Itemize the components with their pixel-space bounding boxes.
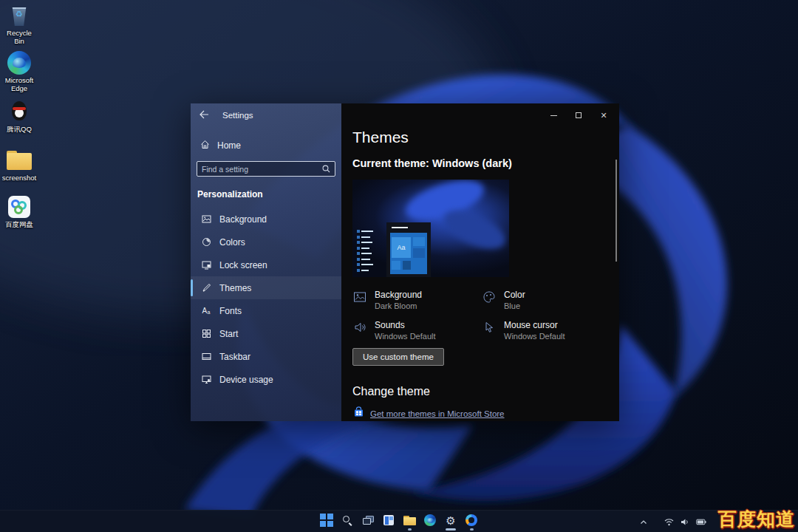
lock-screen-icon: [201, 260, 211, 270]
file-explorer-icon: [402, 513, 417, 528]
back-arrow-icon[interactable]: [199, 110, 211, 120]
preview-aa-tile: Aa: [392, 237, 411, 258]
color-icon: [482, 290, 497, 304]
recycle-bin-icon: ♻: [1, 3, 37, 28]
use-custom-theme-button[interactable]: Use custom theme: [352, 348, 444, 366]
task-view-button[interactable]: [359, 513, 377, 531]
task-view-icon: [361, 513, 375, 528]
search-icon: [340, 513, 355, 528]
window-title: Settings: [222, 111, 253, 120]
fonts-icon: Aa: [201, 306, 211, 316]
close-icon[interactable]: ✕: [596, 109, 612, 121]
network-icon[interactable]: [664, 518, 674, 526]
theme-detail-background: Background Dark Bloom: [352, 290, 482, 310]
desktop-icon-label: 百度网盘: [1, 221, 37, 229]
preview-settings-list: [357, 230, 376, 274]
search-icon[interactable]: [322, 165, 330, 173]
settings-sidebar: Settings Home Personalization: [191, 103, 341, 421]
sidebar-item-home[interactable]: Home: [200, 140, 341, 151]
sidebar-item-lock-screen[interactable]: Lock screen: [191, 253, 341, 276]
maximize-icon[interactable]: [570, 109, 587, 121]
desktop-icon-recycle-bin[interactable]: ♻ Recycle Bin: [1, 3, 37, 46]
volume-icon[interactable]: [681, 518, 689, 526]
start-icon: [201, 329, 211, 338]
home-icon: [200, 140, 210, 151]
minimize-icon[interactable]: [545, 109, 562, 121]
detail-name: Color: [504, 290, 525, 300]
sidebar-item-start[interactable]: Start: [191, 322, 341, 345]
theme-detail-sounds: Sounds Windows Default: [352, 320, 482, 341]
hidden-icons-chevron-icon[interactable]: [640, 519, 647, 525]
sidebar-item-taskbar[interactable]: Taskbar: [191, 345, 341, 368]
sidebar-item-label: Themes: [219, 283, 251, 293]
sidebar-item-label: Lock screen: [219, 260, 267, 270]
page-title: Themes: [352, 129, 409, 146]
colors-icon: [201, 237, 211, 247]
desktop-icon-baidu-netdisk[interactable]: 百度网盘: [1, 194, 37, 229]
start-button[interactable]: [318, 513, 335, 531]
preview-start-menu: Aa: [386, 222, 431, 277]
settings-button[interactable]: ⚙: [442, 513, 460, 531]
detail-name: Sounds: [375, 320, 436, 330]
desktop-icon-label: 腾讯QQ: [1, 126, 37, 134]
vertical-scrollbar[interactable]: [615, 160, 617, 262]
detail-value: Dark Bloom: [375, 301, 422, 310]
taskbar: ⚙: [0, 510, 798, 532]
folder-icon: [1, 148, 37, 173]
settings-window: Settings Home Personalization: [191, 103, 619, 421]
get-more-themes-label: Get more themes in Microsoft Store: [370, 409, 505, 418]
microsoft-store-icon: [353, 406, 364, 420]
edge-icon: [423, 513, 437, 528]
detail-name: Mouse cursor: [504, 320, 565, 330]
taskbar-icon: [201, 352, 211, 361]
device-usage-icon: [201, 375, 211, 384]
widgets-button[interactable]: [380, 513, 398, 531]
desktop-icon-edge[interactable]: Microsoft Edge: [1, 50, 37, 93]
detail-value: Windows Default: [504, 332, 565, 341]
baidu-netdisk-icon: [1, 194, 37, 219]
sidebar-item-label: Fonts: [219, 306, 242, 316]
settings-gear-icon: ⚙: [443, 513, 458, 528]
taskbar-app-icons: ⚙: [318, 511, 480, 532]
sidebar-item-background[interactable]: Background: [191, 208, 341, 231]
battery-icon[interactable]: [696, 519, 706, 525]
detail-name: Background: [375, 290, 422, 300]
sidebar-item-label: Start: [219, 329, 238, 339]
widgets-icon: [381, 513, 396, 528]
search-input[interactable]: [197, 165, 322, 174]
sidebar-item-colors[interactable]: Colors: [191, 231, 341, 253]
change-theme-heading: Change theme: [352, 385, 430, 398]
sidebar-item-label: Colors: [219, 237, 245, 248]
window-controls: ✕: [545, 109, 612, 121]
qq-icon: [1, 99, 37, 124]
sidebar-item-fonts[interactable]: Aa Fonts: [191, 299, 341, 322]
sidebar-home-label: Home: [217, 140, 241, 151]
baidu-app-button[interactable]: [463, 513, 480, 531]
desktop-icon-qq[interactable]: 腾讯QQ: [1, 99, 37, 134]
edge-button[interactable]: [421, 513, 439, 531]
current-theme-text: Current theme: Windows (dark): [352, 157, 512, 169]
theme-detail-color: Color Blue: [482, 290, 611, 310]
sidebar-item-label: Taskbar: [219, 352, 250, 362]
desktop-icon-label: Recycle Bin: [1, 30, 37, 46]
desktop-icon-label: screenshot: [1, 174, 37, 183]
desktop-icon-screenshot-folder[interactable]: screenshot: [1, 148, 37, 183]
taskbar-search-button[interactable]: [338, 513, 356, 531]
sidebar-section-header: Personalization: [197, 189, 341, 200]
sidebar-item-themes[interactable]: Themes: [191, 276, 341, 299]
start-menu-icon: [319, 513, 334, 528]
sounds-icon: [352, 320, 367, 334]
baidu-app-icon: [464, 513, 479, 528]
svg-text:a: a: [207, 310, 210, 315]
settings-search-box[interactable]: [197, 161, 335, 177]
sidebar-nav-list: Background Colors Lock screen: [191, 208, 341, 391]
sidebar-item-device-usage[interactable]: Device usage: [191, 368, 341, 391]
edge-icon: [1, 50, 37, 75]
desktop: ♻ Recycle Bin Microsoft Edge 腾讯QQ screen…: [0, 0, 798, 532]
theme-details: Background Dark Bloom Color Blue: [352, 290, 611, 341]
background-image-icon: [352, 290, 367, 304]
sidebar-item-label: Background: [219, 214, 267, 225]
settings-content-pane: ✕ Themes Current theme: Windows (dark): [341, 103, 619, 421]
file-explorer-button[interactable]: [400, 513, 418, 531]
get-more-themes-link[interactable]: Get more themes in Microsoft Store: [353, 406, 505, 420]
